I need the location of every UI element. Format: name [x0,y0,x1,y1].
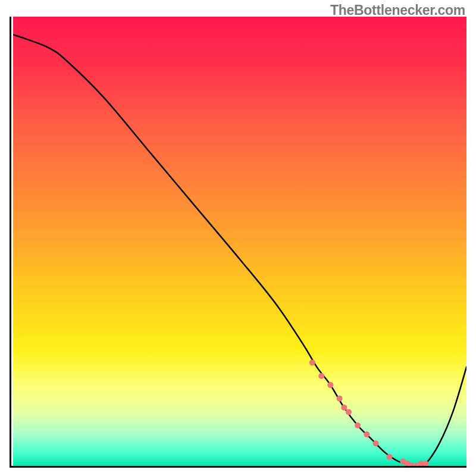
background-gradient [13,17,466,466]
watermark-text: TheBottlenecker.com [330,2,465,18]
chart-frame: TheBottlenecker.com [0,0,476,476]
plot-area [10,17,466,468]
